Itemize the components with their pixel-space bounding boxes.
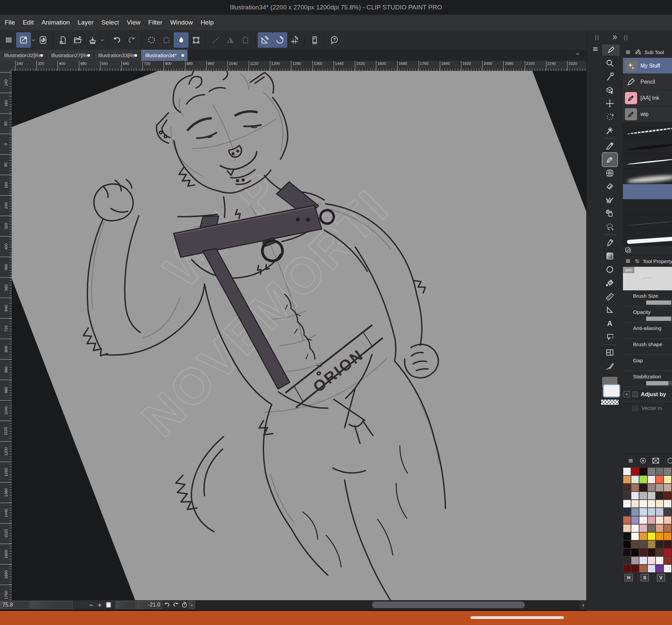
tool-figure[interactable]	[602, 263, 617, 276]
palette-swatch[interactable]	[664, 548, 672, 556]
reset-rotation-button[interactable]	[180, 601, 189, 609]
property-row[interactable]: Opacity	[623, 307, 672, 322]
transform-button[interactable]	[189, 32, 203, 48]
menu-item[interactable]: View	[127, 19, 147, 26]
collapse-zoombar-button[interactable]: ‹	[189, 601, 195, 609]
tab-overflow-button[interactable]	[575, 51, 580, 56]
palette-swatch[interactable]	[647, 476, 655, 483]
tool-text[interactable]: A	[602, 316, 617, 330]
rotation-slider[interactable]	[116, 601, 136, 609]
rotate-right-button[interactable]	[171, 601, 180, 609]
document-tab[interactable]: Illustration34*	[141, 50, 188, 61]
palette-swatch[interactable]	[639, 508, 647, 516]
adjust-by-row[interactable]: + Adjust by	[623, 387, 672, 402]
adjust-checkbox[interactable]	[632, 391, 638, 397]
tool-liquify[interactable]	[602, 166, 617, 180]
hsv-button[interactable]: S	[641, 574, 649, 581]
select-line-button[interactable]	[208, 32, 223, 48]
palette-swatch[interactable]	[623, 548, 631, 556]
property-row[interactable]: Gap	[623, 355, 672, 371]
palette-swatch[interactable]	[623, 508, 631, 516]
select-rectangle-button[interactable]	[238, 32, 253, 48]
transparent-color-swatch[interactable]	[600, 399, 619, 406]
brush-stroke-item[interactable]	[623, 184, 672, 199]
subtool-options-row[interactable]	[623, 246, 672, 255]
palette-swatch[interactable]	[647, 491, 655, 500]
subtool-item[interactable]: Pencil	[623, 74, 672, 90]
scroll-right-button[interactable]: ›	[580, 601, 586, 609]
palette-swatch[interactable]	[631, 483, 639, 491]
subtool-item[interactable]: [AA] Ink	[623, 90, 672, 106]
palette-swatch[interactable]	[623, 516, 631, 524]
redo-button[interactable]	[124, 32, 139, 48]
palette-swatch[interactable]	[623, 483, 631, 491]
palette-swatch[interactable]	[655, 556, 664, 564]
taskbar-indicator[interactable]	[471, 616, 564, 619]
subtool-item[interactable]: My Stuff	[623, 58, 672, 74]
fit-screen-button[interactable]	[104, 601, 113, 609]
tool-gradient[interactable]	[602, 249, 617, 263]
collapse-panel-button[interactable]	[611, 33, 618, 41]
hsv-button[interactable]: H	[625, 574, 633, 581]
palette-swatch[interactable]	[639, 483, 647, 491]
brush-stroke-item[interactable]	[623, 122, 672, 138]
clip-studio-button[interactable]	[35, 32, 50, 48]
brush-stroke-item[interactable]	[623, 215, 672, 231]
palette-swatch[interactable]	[639, 516, 647, 524]
horizontal-scrollbar[interactable]	[196, 600, 580, 609]
tool-balloon[interactable]	[602, 330, 617, 343]
palette-swatch[interactable]	[623, 540, 631, 548]
os-taskbar[interactable]	[0, 611, 672, 625]
palette-swatch[interactable]	[631, 564, 639, 573]
menu-item[interactable]: Help	[200, 19, 221, 26]
tool-property-menu-button[interactable]	[623, 258, 632, 264]
subtool-menu-button[interactable]	[623, 49, 632, 55]
snap-grid-button[interactable]	[287, 32, 302, 48]
expand-icon[interactable]: +	[624, 391, 630, 397]
tool-panel-menu-button[interactable]	[590, 46, 599, 52]
palette-swatch[interactable]	[664, 500, 672, 508]
brush-stroke-item[interactable]	[623, 199, 672, 215]
palette-swatch[interactable]	[664, 491, 672, 500]
palette-swatch[interactable]	[647, 556, 655, 564]
palette-swatch[interactable]	[631, 467, 639, 476]
palette-swatch[interactable]	[631, 516, 639, 524]
palette-swatch[interactable]	[655, 516, 664, 524]
rotate-left-button[interactable]	[163, 601, 171, 609]
tool-decoration[interactable]	[602, 220, 617, 234]
palette-swatch[interactable]	[664, 508, 672, 516]
palette-swatch[interactable]	[655, 524, 664, 532]
palette-swatch[interactable]	[664, 564, 672, 573]
property-row[interactable]: Brush Size	[623, 290, 672, 307]
tool-ruler[interactable]	[602, 290, 617, 303]
vector-checkbox[interactable]	[632, 406, 638, 411]
tool-rotate-view[interactable]	[602, 110, 617, 124]
palette-swatch[interactable]	[639, 556, 647, 564]
tool-pen[interactable]	[602, 153, 617, 166]
palette-swatch[interactable]	[647, 516, 655, 524]
palette-swatch[interactable]	[631, 540, 639, 548]
palette-swatch[interactable]	[664, 524, 672, 532]
palette-swatch[interactable]	[639, 476, 647, 483]
palette-swatch[interactable]	[623, 532, 631, 540]
tool-eyedropper[interactable]	[602, 140, 617, 153]
palette-swatch[interactable]	[647, 540, 655, 548]
property-row[interactable]: Stabilization	[623, 371, 672, 387]
palette-swatch[interactable]	[623, 500, 631, 508]
palette-swatch[interactable]	[664, 532, 672, 540]
palette-swatch[interactable]	[639, 491, 647, 500]
palette-swatch[interactable]	[631, 548, 639, 556]
brush-stroke-item[interactable]	[623, 169, 672, 184]
tool-move[interactable]	[602, 97, 617, 110]
palette-swatch[interactable]	[623, 524, 631, 532]
palette-swatch[interactable]	[655, 491, 664, 500]
brush-stroke-item[interactable]	[623, 153, 672, 169]
save-file-button[interactable]	[85, 32, 100, 48]
palette-swatch[interactable]	[639, 524, 647, 532]
zoom-value-box[interactable]: 75.8	[0, 601, 29, 609]
menu-item[interactable]: Animation	[41, 19, 77, 26]
menu-item[interactable]: Select	[101, 19, 126, 26]
clear-button[interactable]	[144, 32, 159, 48]
palette-swatch[interactable]	[639, 467, 647, 476]
tool-auto-select[interactable]	[602, 124, 617, 137]
